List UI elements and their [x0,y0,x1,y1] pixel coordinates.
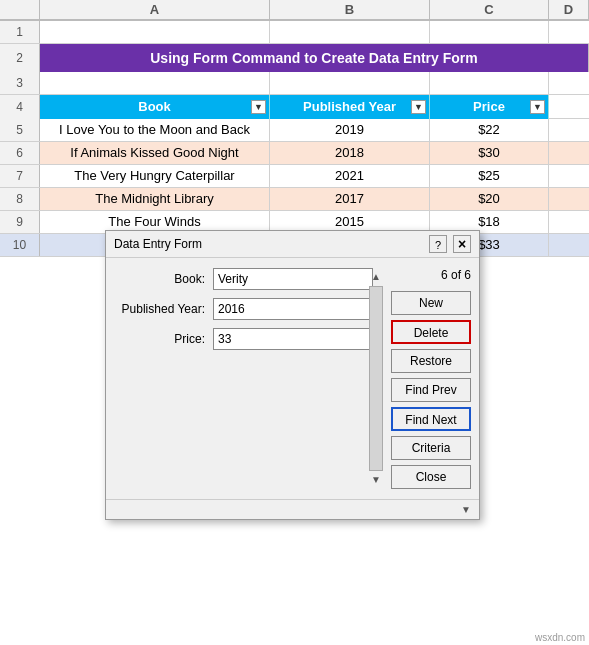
col-header-d: D [549,0,589,20]
row-2: 2 Using Form Command to Create Data Entr… [0,44,589,72]
cell-7-book: The Very Hungry Caterpillar [40,165,270,187]
title-cell: Using Form Command to Create Data Entry … [40,44,589,72]
dropdown-arrow-book[interactable]: ▼ [251,100,266,114]
dialog-body: Book: Published Year: Price: ▲ ▼ 6 of 6 … [106,258,479,499]
cell-8-year: 2017 [270,188,430,210]
column-headers: A B C D [0,0,589,21]
header-book: Book ▼ [40,95,270,119]
rownum-5: 5 [0,119,40,141]
cell-1-d [430,21,549,43]
header-price: Price ▼ [430,95,549,119]
row-1: 1 [0,21,589,44]
cell-6-year: 2018 [270,142,430,164]
dialog-titlebar: Data Entry Form ? × [106,231,479,258]
rownum-10: 10 [0,234,40,256]
watermark: wsxdn.com [535,632,585,643]
spreadsheet: A B C D 1 2 Using Form Command to Create… [0,0,589,257]
scroll-up-arrow[interactable]: ▲ [371,270,381,284]
col-header-c: C [430,0,549,20]
table-row[interactable]: 5 I Love You to the Moon and Back 2019 $… [0,119,589,142]
rownum-8: 8 [0,188,40,210]
field-label-price: Price: [114,332,209,346]
cell-8-book: The Midnight Library [40,188,270,210]
field-label-year: Published Year: [114,302,209,316]
rownum-3: 3 [0,72,40,94]
find-prev-button[interactable]: Find Prev [391,378,471,402]
header-year: Published Year ▼ [270,95,430,119]
cell-1-c [270,21,430,43]
cell-6-book: If Animals Kissed Good Night [40,142,270,164]
record-info: 6 of 6 [391,268,471,282]
rownum-4: 4 [0,95,40,119]
row-4: 4 Book ▼ Published Year ▼ Price ▼ [0,95,589,119]
scroll-down-arrow[interactable]: ▼ [371,473,381,487]
scroll-track[interactable] [369,286,383,471]
dropdown-arrow-year[interactable]: ▼ [411,100,426,114]
col-header-rownum [0,0,40,20]
cell-7-price: $25 [430,165,549,187]
cell-5-price: $22 [430,119,549,141]
dialog-title-controls: ? × [429,235,471,253]
new-button[interactable]: New [391,291,471,315]
field-row-price: Price: [114,328,361,350]
dialog-buttons: 6 of 6 New Delete Restore Find Prev Find… [391,268,471,489]
dialog-scrollbar: ▲ ▼ [367,268,385,489]
cell-3-c [270,72,430,94]
col-header-b: B [270,0,430,20]
dialog-help-button[interactable]: ? [429,235,447,253]
field-input-book[interactable] [213,268,373,290]
data-entry-form-dialog: Data Entry Form ? × Book: Published Year… [105,230,480,520]
dropdown-arrow-price[interactable]: ▼ [530,100,545,114]
cell-5-year: 2019 [270,119,430,141]
dialog-title: Data Entry Form [114,237,202,251]
cell-3-d [430,72,549,94]
dialog-fields: Book: Published Year: Price: [114,268,361,489]
rownum-7: 7 [0,165,40,187]
field-input-year[interactable] [213,298,373,320]
delete-button[interactable]: Delete [391,320,471,344]
cell-7-year: 2021 [270,165,430,187]
table-row[interactable]: 6 If Animals Kissed Good Night 2018 $30 [0,142,589,165]
criteria-button[interactable]: Criteria [391,436,471,460]
cell-3-b [40,72,270,94]
close-button[interactable]: Close [391,465,471,489]
rownum-1: 1 [0,21,40,43]
scroll-bottom-indicator[interactable]: ▼ [461,504,471,515]
table-row[interactable]: 7 The Very Hungry Caterpillar 2021 $25 [0,165,589,188]
col-header-a: A [40,0,270,20]
cell-6-price: $30 [430,142,549,164]
rownum-6: 6 [0,142,40,164]
dialog-bottom: ▼ [106,499,479,519]
dialog-close-button[interactable]: × [453,235,471,253]
restore-button[interactable]: Restore [391,349,471,373]
rownum-9: 9 [0,211,40,233]
field-row-year: Published Year: [114,298,361,320]
field-row-book: Book: [114,268,361,290]
field-input-price[interactable] [213,328,373,350]
find-next-button[interactable]: Find Next [391,407,471,431]
cell-8-price: $20 [430,188,549,210]
row-3: 3 [0,72,589,95]
rownum-2: 2 [0,44,40,72]
table-row[interactable]: 8 The Midnight Library 2017 $20 [0,188,589,211]
cell-5-book: I Love You to the Moon and Back [40,119,270,141]
field-label-book: Book: [114,272,209,286]
cell-1-b [40,21,270,43]
